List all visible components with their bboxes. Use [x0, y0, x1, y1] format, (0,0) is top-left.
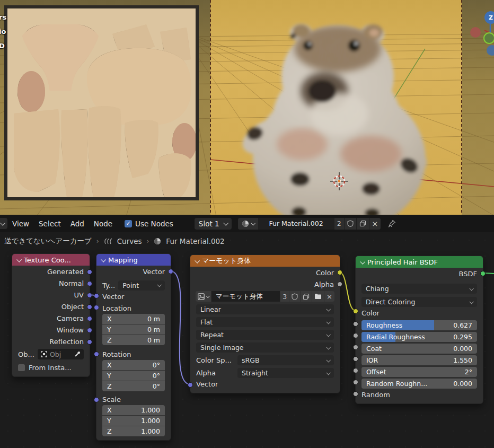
material-users-button[interactable]: 2: [334, 218, 344, 230]
output-object: Object: [61, 303, 84, 311]
image-browse-dropdown[interactable]: [196, 291, 211, 302]
socket-offset[interactable]: [353, 368, 358, 373]
fake-user-shield-icon[interactable]: [289, 291, 300, 302]
socket-object[interactable]: [87, 304, 92, 310]
scale-z-field[interactable]: Z1.000: [102, 426, 165, 436]
socket-random[interactable]: [353, 391, 358, 397]
hair-model-dropdown[interactable]: Chiang: [361, 284, 477, 294]
coat-slider[interactable]: Coat0.000: [361, 344, 477, 354]
image-name-field[interactable]: マーモット身体: [211, 291, 280, 302]
socket-generated[interactable]: [87, 269, 92, 275]
location-z-field[interactable]: Z0 m: [102, 335, 165, 345]
slot-dropdown[interactable]: Slot 1: [195, 218, 232, 230]
socket-color-out[interactable]: [337, 270, 342, 275]
use-nodes-checkbox[interactable]: ✓: [125, 220, 132, 227]
socket-vector-out[interactable]: [168, 269, 173, 274]
socket-bsdf-out[interactable]: [480, 271, 486, 276]
node-header[interactable]: Principled Hair BSDF: [356, 256, 483, 268]
socket-vector-in[interactable]: [94, 293, 99, 298]
unlink-image-button[interactable]: ×: [324, 291, 334, 302]
socket-vector-in[interactable]: [188, 382, 193, 388]
socket-rotation[interactable]: [94, 352, 99, 357]
editor-type-dropdown[interactable]: [0, 218, 7, 229]
interpolation-dropdown[interactable]: Linear: [196, 304, 334, 314]
menu-node[interactable]: Node: [89, 219, 117, 228]
roughness-slider[interactable]: Roughness0.627: [361, 320, 477, 330]
socket-random-roughness[interactable]: [353, 380, 358, 385]
socket-location[interactable]: [94, 305, 99, 310]
output-bsdf: BSDF: [459, 270, 477, 278]
object-icon: [41, 351, 47, 357]
offset-field[interactable]: Offset2°: [361, 367, 477, 377]
collapse-chevron-icon[interactable]: [16, 257, 22, 262]
collapse-chevron-icon[interactable]: [360, 259, 365, 264]
open-image-folder-icon[interactable]: [312, 291, 324, 302]
socket-normal[interactable]: [87, 281, 92, 286]
socket-color-in[interactable]: [353, 309, 358, 314]
ior-field[interactable]: IOR1.550: [361, 355, 477, 365]
radial-roughness-slider[interactable]: Radial Roughness0.295: [361, 332, 477, 342]
socket-radial-roughness[interactable]: [353, 333, 358, 338]
pin-icon[interactable]: [388, 219, 396, 227]
menu-view[interactable]: View: [7, 219, 34, 228]
duplicate-image-icon[interactable]: [301, 291, 312, 302]
extension-dropdown[interactable]: Repeat: [196, 330, 334, 340]
random-roughness-slider[interactable]: Random Roughn...0.000: [361, 379, 477, 389]
node-principled-hair-bsdf[interactable]: Principled Hair BSDF BSDF Chiang Direct …: [355, 256, 483, 404]
collapse-chevron-icon[interactable]: [195, 258, 200, 263]
node-header[interactable]: Texture Coo...: [12, 254, 90, 266]
socket-alpha-out[interactable]: [337, 282, 342, 287]
eyedropper-icon[interactable]: [74, 351, 81, 357]
projection-dropdown[interactable]: Flat: [196, 317, 334, 327]
alpha-mode-dropdown[interactable]: Straight: [237, 368, 334, 378]
image-selector: マーモット身体 3 ×: [196, 291, 334, 302]
output-reflection: Reflection: [49, 338, 84, 346]
socket-window[interactable]: [87, 328, 92, 333]
rotation-values: X0° Y0° Z0°: [102, 360, 165, 391]
output-window: Window: [57, 326, 84, 334]
mapping-type-dropdown[interactable]: Point: [118, 280, 165, 291]
socket-uv[interactable]: [87, 293, 92, 298]
duplicate-material-icon[interactable]: [356, 218, 369, 230]
node-mapping[interactable]: Mapping Vector Ty... Point Vector Locati…: [96, 253, 171, 441]
socket-roughness[interactable]: [353, 321, 358, 327]
scale-x-field[interactable]: X1.000: [102, 405, 165, 415]
output-alpha: Alpha: [314, 280, 334, 288]
rotation-x-field[interactable]: X0°: [102, 360, 165, 370]
rotation-z-field[interactable]: Z0°: [102, 381, 165, 391]
material-name-field[interactable]: Fur Material.002: [258, 218, 334, 230]
alpha-label: Alpha: [196, 369, 234, 377]
socket-ior[interactable]: [353, 356, 358, 362]
socket-scale[interactable]: [94, 397, 99, 402]
node-image-texture[interactable]: マーモット身体 Color Alpha マーモット身体 3: [190, 254, 340, 393]
socket-camera[interactable]: [87, 316, 92, 321]
socket-coat[interactable]: [353, 345, 358, 350]
material-browse-dropdown[interactable]: [238, 218, 258, 230]
gizmo-x-ball: [470, 27, 481, 38]
node-header[interactable]: Mapping: [96, 254, 171, 266]
gizmo-z-neg-ball: [487, 45, 494, 56]
collapse-chevron-icon[interactable]: [101, 257, 106, 262]
colorspace-dropdown[interactable]: sRGB: [237, 355, 334, 365]
scale-y-field[interactable]: Y1.000: [102, 416, 165, 426]
source-dropdown[interactable]: Single Image: [196, 342, 334, 353]
location-y-field[interactable]: Y0 m: [102, 324, 165, 335]
navigation-gizmo: Z: [470, 11, 494, 56]
menu-select[interactable]: Select: [34, 219, 66, 228]
socket-reflection[interactable]: [87, 339, 92, 345]
shader-node-editor[interactable]: 送できてないヘアーカーブ › Curves › Fur Material.002…: [0, 232, 494, 448]
object-label: Ob...: [18, 350, 34, 358]
fake-user-shield-icon[interactable]: [344, 218, 356, 230]
blender-window: Z: [0, 0, 494, 448]
node-header[interactable]: マーモット身体: [190, 255, 340, 267]
viewport-3d[interactable]: Z: [0, 0, 494, 215]
menu-add[interactable]: Add: [66, 219, 89, 228]
rotation-y-field[interactable]: Y0°: [102, 371, 165, 381]
unlink-material-button[interactable]: ×: [369, 218, 381, 230]
object-field[interactable]: Obj: [38, 349, 84, 359]
location-x-field[interactable]: X0 m: [102, 314, 165, 324]
from-instancer-checkbox[interactable]: [18, 364, 25, 371]
node-texture-coordinate[interactable]: Texture Coo... Generated Normal UV Objec…: [12, 253, 90, 377]
parametrization-dropdown[interactable]: Direct Coloring: [361, 297, 477, 307]
image-users-button[interactable]: 3: [280, 291, 289, 302]
